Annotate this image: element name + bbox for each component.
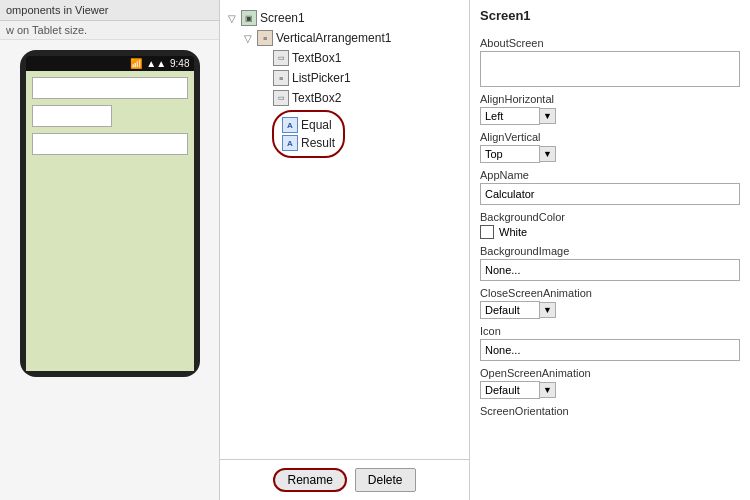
prop-app-name-input[interactable] [480, 183, 740, 205]
prop-about-screen-label: AboutScreen [480, 37, 740, 49]
prop-screen-orientation-label: ScreenOrientation [480, 405, 740, 417]
screen-icon: ▣ [241, 10, 257, 26]
equal-result-highlight: A Equal A Result [272, 110, 345, 158]
phone-textbox2 [32, 133, 188, 155]
tree-item-textbox2[interactable]: ▷ ▭ TextBox2 [256, 88, 465, 108]
properties-title: Screen1 [480, 8, 740, 23]
phone-screen [26, 71, 194, 371]
phone-textbox1 [32, 77, 188, 99]
phone-viewer: 📶 ▲▲ 9:48 [20, 50, 200, 377]
prop-bg-color-row: White [480, 225, 740, 239]
properties-panel: Screen1 AboutScreen AlignHorizontal Left… [470, 0, 750, 500]
prop-align-horizontal-label: AlignHorizontal [480, 93, 740, 105]
prop-align-vertical-arrow[interactable]: ▼ [540, 146, 556, 162]
phone-listpicker1 [32, 105, 112, 127]
prop-bg-color-label: BackgroundColor [480, 211, 740, 223]
phone-status-bar: 📶 ▲▲ 9:48 [26, 56, 194, 71]
prop-align-vertical-label: AlignVertical [480, 131, 740, 143]
screen1-label: Screen1 [260, 11, 305, 25]
tree-item-result[interactable]: A Result [280, 134, 337, 152]
va-icon: ≡ [257, 30, 273, 46]
component-tree: ▽ ▣ Screen1 ▽ ≡ VerticalArrangement1 ▷ ▭… [220, 0, 469, 459]
prop-bg-color-value: White [499, 226, 527, 238]
textbox-icon1: ▭ [273, 50, 289, 66]
textbox-icon2: ▭ [273, 90, 289, 106]
viewer-subheader: w on Tablet size. [0, 21, 219, 40]
prop-open-anim-dropdown: Default ▼ [480, 381, 740, 399]
textbox2-label: TextBox2 [292, 91, 341, 105]
prop-close-anim-arrow[interactable]: ▼ [540, 302, 556, 318]
bg-color-swatch[interactable] [480, 225, 494, 239]
prop-icon-input[interactable] [480, 339, 740, 361]
components-panel: ▽ ▣ Screen1 ▽ ≡ VerticalArrangement1 ▷ ▭… [220, 0, 470, 500]
listpicker-icon: ≡ [273, 70, 289, 86]
prop-bg-image-input[interactable] [480, 259, 740, 281]
tree-item-textbox1[interactable]: ▷ ▭ TextBox1 [256, 48, 465, 68]
tree-item-va1[interactable]: ▽ ≡ VerticalArrangement1 [240, 28, 465, 48]
prop-align-horizontal-value: Left [480, 107, 540, 125]
prop-align-horizontal-dropdown: Left ▼ [480, 107, 740, 125]
rename-button[interactable]: Rename [273, 468, 346, 492]
prop-about-screen-input[interactable] [480, 51, 740, 87]
signal-icon: ▲▲ [146, 58, 166, 69]
equal-icon: A [282, 117, 298, 133]
result-label: Result [301, 136, 335, 150]
prop-icon-label: Icon [480, 325, 740, 337]
prop-close-anim-label: CloseScreenAnimation [480, 287, 740, 299]
prop-align-horizontal-arrow[interactable]: ▼ [540, 108, 556, 124]
toggle-va1[interactable]: ▽ [242, 32, 254, 44]
tree-item-screen1[interactable]: ▽ ▣ Screen1 [224, 8, 465, 28]
result-icon: A [282, 135, 298, 151]
wifi-icon: 📶 [130, 58, 142, 69]
va1-label: VerticalArrangement1 [276, 31, 391, 45]
prop-bg-image-label: BackgroundImage [480, 245, 740, 257]
component-tree-footer: Rename Delete [220, 459, 469, 500]
toggle-screen1[interactable]: ▽ [226, 12, 238, 24]
equal-label: Equal [301, 118, 332, 132]
prop-open-anim-value: Default [480, 381, 540, 399]
delete-button[interactable]: Delete [355, 468, 416, 492]
time-display: 9:48 [170, 58, 189, 69]
tree-item-listpicker1[interactable]: ▷ ≡ ListPicker1 [256, 68, 465, 88]
prop-close-anim-dropdown: Default ▼ [480, 301, 740, 319]
listpicker1-label: ListPicker1 [292, 71, 351, 85]
tree-item-equal[interactable]: A Equal [280, 116, 337, 134]
prop-app-name-label: AppName [480, 169, 740, 181]
textbox1-label: TextBox1 [292, 51, 341, 65]
viewer-panel: omponents in Viewer w on Tablet size. 📶 … [0, 0, 220, 500]
prop-align-vertical-dropdown: Top ▼ [480, 145, 740, 163]
prop-open-anim-label: OpenScreenAnimation [480, 367, 740, 379]
viewer-header: omponents in Viewer [0, 0, 219, 21]
prop-close-anim-value: Default [480, 301, 540, 319]
prop-open-anim-arrow[interactable]: ▼ [540, 382, 556, 398]
prop-align-vertical-value: Top [480, 145, 540, 163]
